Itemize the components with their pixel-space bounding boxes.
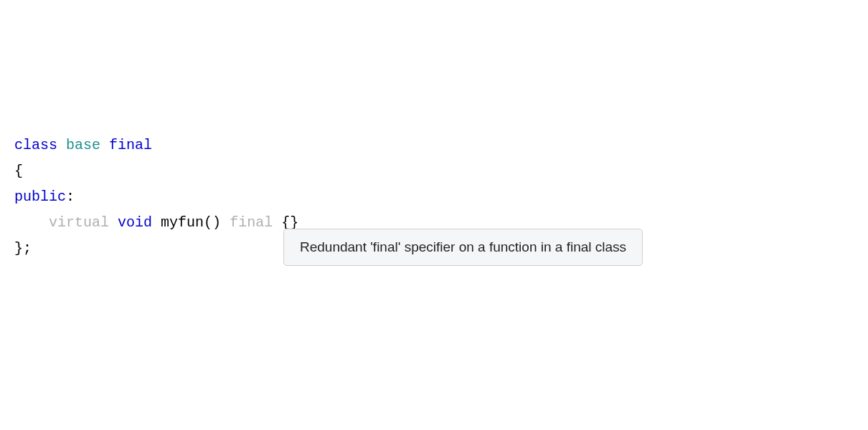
class-name: base: [66, 137, 100, 153]
code-line-5[interactable]: };: [14, 240, 32, 257]
keyword-final-fn: final: [230, 214, 273, 231]
colon: :: [66, 188, 75, 205]
indent: [14, 214, 49, 231]
code-line-2[interactable]: {: [14, 163, 23, 179]
tooltip-message: Redundant 'final' specifier on a functio…: [300, 239, 626, 254]
inspection-tooltip: Redundant 'final' specifier on a functio…: [283, 229, 643, 266]
code-line-4[interactable]: virtual void myfun() final {}: [14, 214, 298, 231]
keyword-virtual: virtual: [49, 214, 109, 231]
parens: (): [204, 214, 221, 231]
code-line-1[interactable]: class base final: [14, 137, 152, 153]
code-line-3[interactable]: public:: [14, 188, 75, 205]
code-editor[interactable]: class base final { public: virtual void …: [14, 133, 298, 262]
function-name: myfun: [161, 214, 204, 231]
brace-open: {: [14, 163, 23, 179]
keyword-final-class: final: [109, 137, 152, 153]
keyword-void: void: [118, 214, 152, 231]
keyword-class: class: [14, 137, 57, 153]
brace-close: };: [14, 240, 32, 257]
access-specifier: public: [14, 188, 66, 205]
